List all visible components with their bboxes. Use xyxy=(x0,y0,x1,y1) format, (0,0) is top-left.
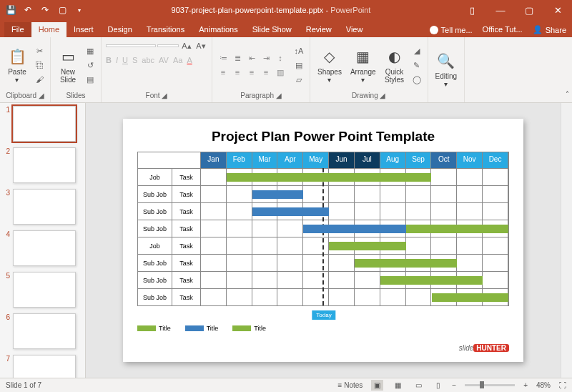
tab-file[interactable]: File xyxy=(4,22,31,37)
slide-thumbnail[interactable] xyxy=(13,106,76,142)
increase-font-icon[interactable]: A▴ xyxy=(180,40,193,52)
font-size-select[interactable] xyxy=(157,44,179,47)
new-slide-button[interactable]: ▭ New Slide xyxy=(55,45,81,85)
normal-view-icon[interactable]: ▣ xyxy=(371,380,383,391)
shadow-button[interactable]: abc xyxy=(142,56,154,64)
gantt-bar xyxy=(252,190,304,199)
line-spacing-icon[interactable]: ↕ xyxy=(274,52,287,64)
align-left-icon[interactable]: ≡ xyxy=(217,66,230,79)
sorter-view-icon[interactable]: ▦ xyxy=(392,380,404,391)
tell-me[interactable]: Tell me... xyxy=(430,26,473,34)
fit-window-icon[interactable]: ⛶ xyxy=(559,381,566,389)
zoom-in-icon[interactable]: + xyxy=(523,381,528,389)
save-icon[interactable]: 💾 xyxy=(6,5,16,15)
month-header: Aug xyxy=(380,152,406,168)
notes-button[interactable]: ≡ Notes xyxy=(338,381,363,389)
align-center-icon[interactable]: ≡ xyxy=(231,66,244,79)
tab-review[interactable]: Review xyxy=(299,22,339,37)
section-icon[interactable]: ▤ xyxy=(84,74,97,85)
gantt-bar xyxy=(406,225,508,233)
bullets-icon[interactable]: ≔ xyxy=(217,52,230,64)
shapes-button[interactable]: ◇ Shapes▾ xyxy=(315,45,345,85)
shapes-icon: ◇ xyxy=(320,46,340,67)
qat-customize-icon[interactable]: ▾ xyxy=(74,5,84,15)
tab-home[interactable]: Home xyxy=(31,22,66,37)
slide-thumbnail[interactable] xyxy=(13,313,76,349)
bulb-icon xyxy=(430,26,438,34)
tab-animations[interactable]: Animations xyxy=(192,22,245,37)
slide-thumbnail[interactable] xyxy=(13,230,76,266)
new-slide-icon: ▭ xyxy=(58,46,78,67)
justify-icon[interactable]: ≡ xyxy=(260,66,272,79)
close-icon[interactable]: ✕ xyxy=(543,0,572,20)
tab-slideshow[interactable]: Slide Show xyxy=(245,22,299,37)
font-color-button[interactable]: A xyxy=(187,56,192,64)
slide-thumbnail[interactable] xyxy=(13,355,76,378)
tab-transitions[interactable]: Transitions xyxy=(139,22,192,37)
slide-canvas[interactable]: Project Plan Power Point Template JanFeb… xyxy=(123,119,523,362)
reset-icon[interactable]: ↺ xyxy=(84,59,97,71)
text-direction-icon[interactable]: ↕A xyxy=(292,45,305,57)
slideshow-view-icon[interactable]: ▯ xyxy=(433,380,443,391)
legend-item: Title xyxy=(185,325,219,332)
editing-button[interactable]: 🔍 Editing▾ xyxy=(433,49,460,89)
indent-dec-icon[interactable]: ⇤ xyxy=(245,52,258,64)
gantt-row: Sub JobTask xyxy=(138,271,508,288)
group-drawing: Drawing ◢ xyxy=(352,90,385,101)
font-family-select[interactable] xyxy=(106,44,156,47)
zoom-out-icon[interactable]: − xyxy=(452,381,456,389)
case-button[interactable]: Aa xyxy=(173,56,182,64)
gantt-bar xyxy=(380,276,483,285)
align-text-icon[interactable]: ▤ xyxy=(292,59,305,71)
reading-view-icon[interactable]: ▭ xyxy=(413,380,425,391)
tab-insert[interactable]: Insert xyxy=(66,22,101,37)
thumb-number: 7 xyxy=(1,355,10,363)
gantt-row: JobTask xyxy=(138,237,508,254)
month-header: Nov xyxy=(457,152,483,168)
paste-button[interactable]: 📋 Paste▾ xyxy=(4,45,30,85)
spacing-button[interactable]: AV xyxy=(159,56,169,64)
indent-inc-icon[interactable]: ⇥ xyxy=(260,52,272,64)
maximize-icon[interactable]: ▢ xyxy=(515,0,543,20)
arrange-button[interactable]: ▦ Arrange▾ xyxy=(347,45,379,85)
group-font: Font ◢ xyxy=(146,90,168,101)
copy-icon[interactable]: ⿻ xyxy=(33,59,46,71)
cut-icon[interactable]: ✂ xyxy=(33,45,46,57)
tab-view[interactable]: View xyxy=(339,22,370,37)
underline-button[interactable]: U xyxy=(122,56,128,64)
slide-thumbnail[interactable] xyxy=(13,272,76,308)
vertical-scrollbar[interactable] xyxy=(561,103,572,378)
decrease-font-icon[interactable]: A▾ xyxy=(194,40,207,52)
smartart-icon[interactable]: ▱ xyxy=(292,74,305,85)
share-icon: 👤 xyxy=(533,25,543,34)
slide-thumbnail[interactable] xyxy=(13,147,76,183)
layout-icon[interactable]: ▦ xyxy=(84,45,97,57)
share-button[interactable]: 👤Share xyxy=(533,25,566,34)
shape-fill-icon[interactable]: ◢ xyxy=(410,45,423,57)
zoom-level[interactable]: 48% xyxy=(536,381,551,389)
quick-styles-icon: ◐ xyxy=(385,46,405,67)
redo-icon[interactable]: ↷ xyxy=(40,5,50,15)
brand-watermark: slideHUNTER xyxy=(459,344,509,352)
format-painter-icon[interactable]: 🖌 xyxy=(33,74,46,85)
minimize-icon[interactable]: — xyxy=(486,0,515,20)
collapse-ribbon-icon[interactable]: ˄ xyxy=(566,90,569,98)
window-unknown-icon[interactable]: ▯ xyxy=(458,0,486,20)
bold-button[interactable]: B xyxy=(106,56,112,64)
zoom-slider[interactable] xyxy=(465,384,515,386)
quick-styles-button[interactable]: ◐ Quick Styles xyxy=(382,45,408,85)
thumb-number: 2 xyxy=(1,147,10,155)
numbering-icon[interactable]: ≣ xyxy=(231,52,244,64)
align-right-icon[interactable]: ≡ xyxy=(245,66,258,79)
tab-design[interactable]: Design xyxy=(101,22,139,37)
start-slideshow-icon[interactable]: ▢ xyxy=(57,5,67,15)
italic-button[interactable]: I xyxy=(116,56,118,64)
undo-icon[interactable]: ↶ xyxy=(23,5,33,15)
strike-button[interactable]: S xyxy=(132,56,137,64)
slide-thumbnail[interactable] xyxy=(13,189,76,225)
shape-outline-icon[interactable]: ✎ xyxy=(410,59,423,71)
gantt-bar xyxy=(355,259,457,268)
columns-icon[interactable]: ▥ xyxy=(274,66,287,79)
office-addin[interactable]: Office Tut... xyxy=(475,22,530,37)
shape-effects-icon[interactable]: ◯ xyxy=(410,74,423,85)
